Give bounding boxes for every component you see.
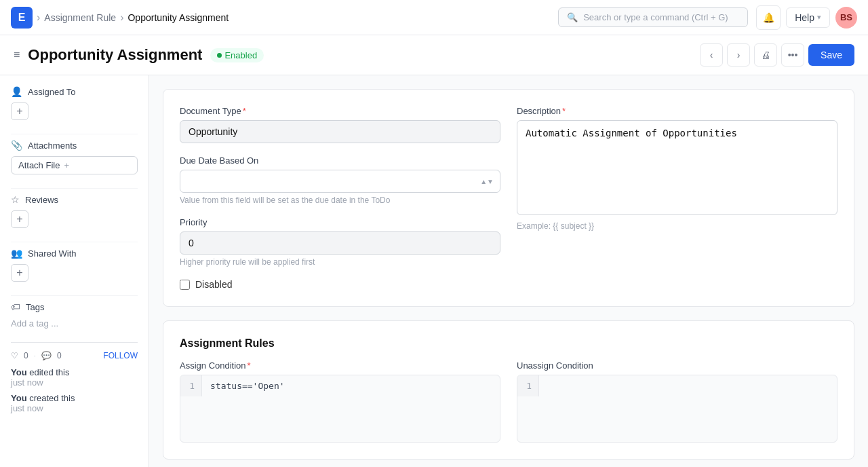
assignment-rules-card: Assignment Rules Assign Condition * 1 st… bbox=[163, 320, 854, 460]
assigned-to-label: Assigned To bbox=[28, 87, 76, 97]
activity-1-time: just now bbox=[11, 377, 43, 388]
divider-4 bbox=[11, 295, 138, 296]
assigned-to-header: 👤 Assigned To bbox=[11, 86, 138, 97]
divider-2 bbox=[11, 188, 138, 189]
assign-code-line-1: 1 status=='Open' bbox=[180, 375, 500, 396]
due-date-label: Due Date Based On bbox=[180, 155, 500, 166]
document-type-label: Document Type * bbox=[180, 106, 500, 116]
follow-button[interactable]: FOLLOW bbox=[103, 351, 138, 360]
next-button[interactable]: › bbox=[727, 43, 750, 67]
header-actions: ‹ › 🖨 ••• Save bbox=[700, 43, 854, 67]
attach-file-plus-icon: + bbox=[64, 160, 69, 170]
description-group: Description * Automatic Assignment of Op… bbox=[517, 106, 837, 231]
help-button[interactable]: Help ▾ bbox=[786, 7, 830, 28]
more-button[interactable]: ••• bbox=[781, 43, 804, 67]
due-date-input[interactable] bbox=[180, 170, 500, 193]
unassign-condition-label: Unassign Condition bbox=[517, 360, 837, 371]
dot-sep: · bbox=[34, 351, 36, 360]
breadcrumb-sep-1: › bbox=[37, 12, 40, 24]
tags-section: 🏷 Tags Add a tag ... bbox=[11, 301, 138, 329]
activity-item-1: You edited this just now bbox=[11, 367, 138, 388]
assign-condition-col: Assign Condition * 1 status=='Open' bbox=[180, 360, 500, 443]
search-icon: 🔍 bbox=[567, 12, 578, 22]
attachments-label: Attachments bbox=[28, 141, 77, 151]
shared-with-label: Shared With bbox=[28, 248, 77, 259]
shared-with-header: 👥 Shared With bbox=[11, 248, 138, 259]
unassign-code-content-1 bbox=[539, 375, 837, 396]
status-dot bbox=[217, 53, 222, 58]
tags-header: 🏷 Tags bbox=[11, 301, 138, 312]
page-title: Opportunity Assignment bbox=[28, 46, 202, 64]
breadcrumb-assignment-rule[interactable]: Assignment Rule bbox=[44, 12, 116, 23]
assign-lineno-1: 1 bbox=[180, 375, 202, 396]
reviews-header: ☆ Reviews bbox=[11, 194, 138, 205]
attachments-section: 📎 Attachments Attach File + bbox=[11, 140, 138, 174]
avatar[interactable]: BS bbox=[835, 7, 857, 29]
divider-3 bbox=[11, 242, 138, 242]
sidebar: 👤 Assigned To + 📎 Attachments Attach Fil… bbox=[0, 75, 149, 467]
assignment-rules-title: Assignment Rules bbox=[180, 337, 837, 350]
priority-label: Priority bbox=[180, 217, 500, 227]
left-column: Document Type * Opportunity Due Date Bas… bbox=[180, 106, 500, 290]
unassign-code-line-1: 1 bbox=[517, 375, 837, 396]
description-textarea[interactable]: Automatic Assignment of Opportunities bbox=[517, 120, 837, 215]
unassign-condition-col: Unassign Condition 1 bbox=[517, 360, 837, 443]
status-badge: Enabled bbox=[210, 48, 264, 62]
help-label: Help bbox=[795, 12, 814, 23]
required-marker: * bbox=[243, 106, 246, 116]
form-card: Document Type * Opportunity Due Date Bas… bbox=[163, 89, 854, 307]
conditions-row: Assign Condition * 1 status=='Open' Unas… bbox=[180, 360, 837, 443]
tags-label: Tags bbox=[26, 302, 44, 312]
priority-input[interactable]: 0 bbox=[180, 231, 500, 255]
activity-1-action: edited this bbox=[29, 367, 69, 377]
assign-code-content-1: status=='Open' bbox=[202, 375, 500, 396]
search-bar[interactable]: 🔍 Search or type a command (Ctrl + G) bbox=[558, 7, 748, 27]
save-button[interactable]: Save bbox=[808, 44, 854, 66]
shared-with-section: 👥 Shared With + bbox=[11, 248, 138, 282]
activity-2-name: You bbox=[11, 393, 27, 403]
unassign-condition-editor[interactable]: 1 bbox=[517, 375, 837, 443]
due-date-select-wrapper: ▲▼ bbox=[180, 170, 500, 193]
example-text: Example: {{ subject }} bbox=[517, 221, 837, 231]
form-row-1: Document Type * Opportunity Due Date Bas… bbox=[180, 106, 837, 290]
description-label: Description * bbox=[517, 106, 837, 116]
assign-condition-label: Assign Condition * bbox=[180, 360, 500, 371]
activity-2-time: just now bbox=[11, 403, 43, 413]
document-type-input[interactable]: Opportunity bbox=[180, 120, 500, 143]
activity-item-2: You created this just now bbox=[11, 393, 138, 413]
likes-count: 0 bbox=[24, 351, 28, 360]
reviews-icon: ☆ bbox=[11, 194, 20, 205]
disabled-checkbox[interactable] bbox=[180, 280, 190, 290]
prev-button[interactable]: ‹ bbox=[700, 43, 723, 67]
attach-file-button[interactable]: Attach File + bbox=[11, 156, 138, 174]
reviews-label: Reviews bbox=[25, 195, 58, 205]
activity-1-name: You bbox=[11, 367, 27, 377]
app-logo[interactable]: E bbox=[11, 7, 33, 29]
tags-icon: 🏷 bbox=[11, 301, 20, 312]
add-shared-with-button[interactable]: + bbox=[11, 264, 28, 282]
comment-icon: 💬 bbox=[41, 351, 52, 360]
main-layout: 👤 Assigned To + 📎 Attachments Attach Fil… bbox=[0, 75, 868, 467]
content-area: Document Type * Opportunity Due Date Bas… bbox=[149, 75, 868, 467]
due-date-group: Due Date Based On ▲▼ Value from this fie… bbox=[180, 155, 500, 205]
assign-condition-editor[interactable]: 1 status=='Open' bbox=[180, 375, 500, 443]
add-review-button[interactable]: + bbox=[11, 210, 28, 228]
priority-hint: Higher priority rule will be applied fir… bbox=[180, 257, 500, 267]
breadcrumb-opportunity-assignment: Opportunity Assignment bbox=[127, 12, 229, 23]
unassign-lineno-1: 1 bbox=[517, 375, 539, 396]
menu-icon[interactable]: ≡ bbox=[14, 49, 20, 61]
print-button[interactable]: 🖨 bbox=[754, 43, 777, 67]
add-tag-button[interactable]: Add a tag ... bbox=[11, 318, 58, 329]
shared-with-icon: 👥 bbox=[11, 248, 22, 259]
activity-log: You edited this just now You created thi… bbox=[11, 367, 138, 413]
heart-icon: ♡ bbox=[11, 351, 18, 360]
notification-bell[interactable]: 🔔 bbox=[756, 5, 781, 30]
add-assigned-to-button[interactable]: + bbox=[11, 102, 28, 120]
help-chevron-icon: ▾ bbox=[817, 13, 821, 22]
attachments-header: 📎 Attachments bbox=[11, 140, 138, 151]
page-header: ≡ Opportunity Assignment Enabled ‹ › 🖨 •… bbox=[0, 35, 868, 75]
activity-2-action: created this bbox=[29, 393, 75, 403]
disabled-label: Disabled bbox=[195, 279, 232, 290]
divider-1 bbox=[11, 134, 138, 134]
right-column: Description * Automatic Assignment of Op… bbox=[517, 106, 837, 290]
